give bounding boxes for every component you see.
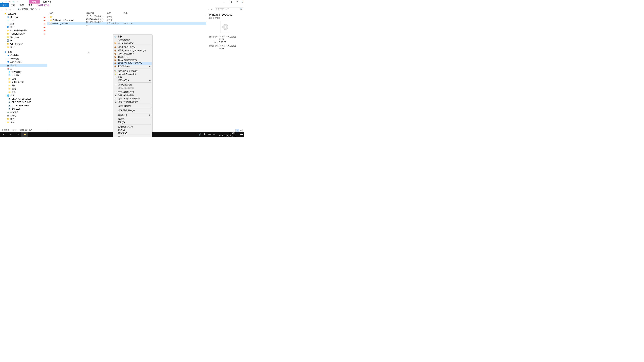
context-menu-item[interactable]: 📦其他压缩命令▶ (113, 65, 152, 68)
context-menu-item[interactable]: 📦添加到压缩文件(A)... (113, 46, 152, 49)
volume-icon[interactable]: 🔊 (198, 133, 202, 136)
context-menu-item[interactable]: ↗共享 (113, 76, 152, 79)
qat-nav-icon[interactable]: ◣ (1, 0, 4, 3)
context-menu-item[interactable]: 打开方式(H)▶ (113, 79, 152, 82)
context-menu-item[interactable]: 🛡使用 360管理右键菜单 (113, 100, 152, 103)
tree-item[interactable]: 🖼保存的图片 (0, 70, 47, 74)
stylus-icon[interactable]: 🖊 (212, 133, 216, 136)
context-menu-item[interactable]: 属性(R) (113, 136, 152, 137)
search-button[interactable]: ⌕ (7, 132, 14, 137)
navigation-tree[interactable]: ★快速访问🖥Desktop📌⬇下载📌📄文档📌🖼图片📌📁excel表格制作求和📌📁… (0, 11, 47, 132)
forward-button[interactable]: → (5, 8, 8, 11)
file-row[interactable]: 📁BaiduNetdiskDownload2020/12/25, 星期五 1..… (47, 18, 206, 22)
context-menu-item[interactable]: 重命名(M) (113, 132, 152, 135)
taskbar-explorer[interactable]: 📁 (21, 132, 28, 137)
tree-item[interactable]: 📁win7重装win7 (0, 42, 47, 45)
tree-item[interactable]: ⚙控制面板 (0, 111, 47, 114)
context-menu-item[interactable]: 复制(C) (113, 121, 152, 124)
tree-item[interactable]: 💻DESKTOP-LSSOEDP (0, 97, 47, 100)
file-row[interactable]: 📁12020/12/15, 星期二 1...文件夹 (47, 15, 206, 18)
context-menu-item[interactable]: 还原以前的版本(V) (113, 109, 152, 112)
tree-item[interactable]: 🌐网络 (0, 94, 47, 97)
tree-item[interactable]: 📚库 (0, 67, 47, 70)
ribbon-tab-view[interactable]: 查看 (26, 3, 35, 7)
context-menu-item[interactable]: 🐝用 蜂蜜浏览器 浏览(3) (113, 69, 152, 72)
tree-item[interactable]: ⬇下载📌 (0, 19, 47, 22)
context-menu-item[interactable]: 📝Edit with Notepad++ (113, 72, 152, 76)
tree-item[interactable]: 🖥桌面 (0, 50, 47, 54)
crumb-this-pc[interactable]: 此电脑 (21, 7, 28, 11)
tree-item[interactable]: 📁天翼云盘下载 (0, 80, 47, 84)
context-menu[interactable]: 💿装载刻录光盘映像📔上传到有道云笔记📦添加到压缩文件(A)...📦添加到 "Wi… (113, 34, 152, 137)
refresh-button[interactable]: ⟳ (210, 8, 214, 10)
ribbon-tab-home[interactable]: 主页 (9, 3, 18, 7)
tree-item[interactable]: 💻此电脑 (0, 64, 47, 67)
tree-item[interactable]: 📁图片 (0, 84, 47, 87)
tree-item[interactable]: ☁WPS网盘 (0, 57, 47, 60)
tree-item[interactable]: 💻DESKTOP-NJEU3CG (0, 100, 47, 104)
maximize-button[interactable]: ▢ (228, 0, 234, 3)
chevron-right-icon[interactable]: › (39, 8, 40, 10)
file-row[interactable]: ◎Win7x64_2020.iso2020/12/25, 星期五 1...光盘映… (47, 22, 206, 25)
tree-item[interactable]: 💽G:\ (0, 39, 47, 42)
context-menu-item[interactable]: 💿装载 (113, 35, 152, 38)
context-menu-item[interactable]: 通过QQ发送到 (113, 105, 152, 108)
tree-item[interactable]: 📁文档 (0, 87, 47, 90)
context-menu-item[interactable]: 📦用360压缩打开(Q) (113, 52, 152, 55)
context-menu-item[interactable]: 创建快捷方式(S) (113, 125, 152, 128)
col-name[interactable]: 名称 (49, 12, 86, 15)
context-menu-item[interactable]: 剪切(T) (113, 118, 152, 121)
icons-view-button[interactable]: ▦ (239, 129, 242, 132)
context-menu-item[interactable]: ☁上传到百度网盘 (113, 83, 152, 86)
tree-item[interactable]: 📁Bandicam (0, 35, 47, 39)
tree-item[interactable]: 📁视频 (0, 77, 47, 80)
tree-item[interactable]: 🖼本机照片 (0, 74, 47, 77)
tree-item[interactable]: 💻PC-20190530OBLA (0, 104, 47, 107)
context-menu-item[interactable]: 🛡使用 360解除占用 (113, 91, 152, 94)
column-headers[interactable]: 名称 修改日期 类型 大小 (47, 11, 206, 15)
tree-item[interactable]: 📁YUNQISHI2019📌 (0, 32, 47, 35)
tray-expand-icon[interactable]: ˄ (194, 133, 197, 136)
tree-item[interactable]: ☁OneDrive (0, 54, 47, 57)
context-menu-item[interactable]: 🛡使用 360进行木马云查杀 (113, 97, 152, 100)
file-list-area[interactable]: 名称 修改日期 类型 大小 📁12020/12/15, 星期二 1...文件夹📁… (47, 11, 206, 132)
tree-item[interactable]: 👤Administrator (0, 60, 47, 64)
system-tray[interactable]: ˄ 🔊 中 ⌨ 🖊 16:32 2020/12/25, 星期五 💬3 (194, 132, 244, 137)
up-button[interactable]: ↑ (12, 8, 15, 11)
tree-item[interactable]: 🖼图片📌 (0, 25, 47, 29)
search-icon[interactable]: 🔍 (240, 8, 242, 10)
keyboard-icon[interactable]: ⌨ (208, 133, 211, 136)
close-button[interactable]: ✕ (234, 0, 241, 3)
back-button[interactable]: ← (1, 8, 4, 11)
context-menu-item[interactable]: 删除(D) (113, 128, 152, 132)
context-menu-item[interactable]: 🗑使用 360强力删除 (113, 94, 152, 97)
ribbon-tab-share[interactable]: 共享 (18, 3, 26, 7)
context-menu-item[interactable]: 发送到(N)▶ (113, 113, 152, 116)
qat-dropdown-icon[interactable]: ▾ (16, 0, 19, 3)
crumb-drive[interactable]: 文档 (E:) (30, 7, 39, 11)
tree-item[interactable]: 💻ZMT2019 (0, 107, 47, 111)
clock[interactable]: 16:32 2020/12/25, 星期五 (217, 132, 236, 137)
tree-item[interactable]: 📁音乐 (0, 90, 47, 94)
tree-item[interactable]: ★快速访问 (0, 12, 47, 15)
tree-item[interactable]: 📄文档📌 (0, 22, 47, 25)
task-view-button[interactable]: ❐ (14, 132, 21, 137)
context-menu-item[interactable]: 📦添加到 "Win7x64_2020.zip" (T) (113, 49, 152, 52)
breadcrumb[interactable]: 💻 › 此电脑 › 文档 (E:) › (16, 7, 206, 11)
context-menu-item[interactable]: 📦解压到 Win7x64_2020\ (E) (113, 62, 152, 65)
contextual-tab-manage[interactable]: 管理 (29, 0, 40, 3)
context-menu-item[interactable]: 📔上传到有道云笔记 (113, 41, 152, 44)
tree-item[interactable]: 🖥Desktop📌 (0, 15, 47, 19)
tree-item[interactable]: 🗑回收站 (0, 114, 47, 117)
chevron-right-icon[interactable]: › (29, 8, 29, 10)
history-dropdown-icon[interactable]: ⌄ (8, 8, 12, 11)
minimize-button[interactable]: — (221, 0, 228, 3)
tree-item[interactable]: 📁文件 (0, 121, 47, 124)
action-center-icon[interactable]: 💬3 (238, 133, 243, 136)
details-view-button[interactable]: ≡ (236, 129, 239, 132)
col-size[interactable]: 大小 (124, 12, 135, 15)
ribbon-tab-file[interactable]: 文件 (0, 3, 9, 7)
ribbon-tab-iso-tools[interactable]: 光盘映像工具 (35, 3, 52, 7)
context-menu-item[interactable]: 📦解压到(F)... (113, 55, 152, 58)
address-dropdown-icon[interactable]: ⌄ (207, 8, 210, 10)
